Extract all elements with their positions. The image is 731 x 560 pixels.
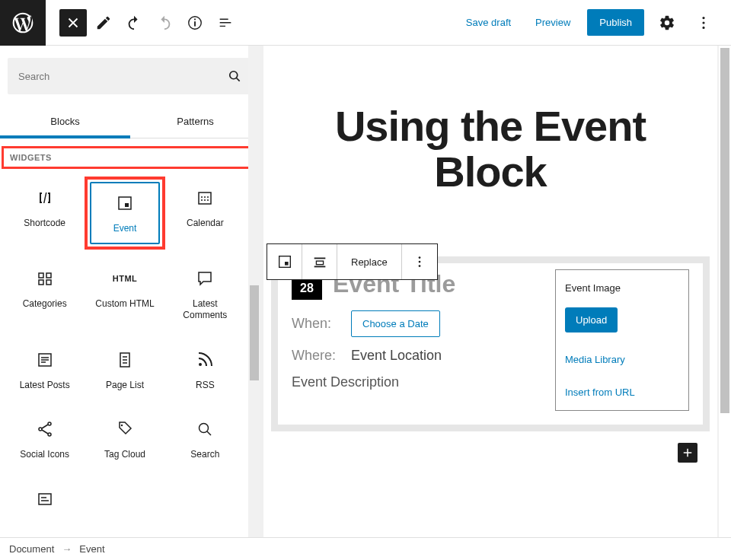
svg-rect-1	[194, 21, 196, 26]
block-calendar[interactable]: Calendar	[165, 177, 245, 239]
editor-canvas[interactable]: Using the Event Block Replace Jul 28 Eve…	[263, 46, 717, 537]
align-icon	[311, 253, 328, 270]
block-latest-comments[interactable]: Latest Comments	[165, 257, 245, 331]
tab-patterns[interactable]: Patterns	[130, 107, 260, 138]
inserter-tabs: Blocks Patterns	[0, 107, 260, 138]
search-input[interactable]	[18, 71, 227, 82]
svg-point-31	[48, 433, 51, 436]
align-button[interactable]	[302, 244, 337, 279]
event-left: Jul 28 Event Title When: Choose a Date W…	[292, 269, 541, 411]
chevron-right-icon: →	[62, 543, 72, 555]
redo-button[interactable]	[151, 9, 178, 37]
event-description-input[interactable]: Event Description	[292, 374, 541, 390]
edit-button[interactable]	[90, 9, 117, 37]
insert-from-url-link[interactable]: Insert from URL	[565, 387, 679, 398]
event-icon	[276, 253, 293, 270]
info-icon	[187, 14, 203, 31]
block-label: Event	[113, 223, 137, 235]
posts-icon	[36, 351, 54, 369]
kebab-icon	[695, 14, 712, 31]
block-label: Custom HTML	[95, 298, 154, 310]
svg-point-28	[199, 363, 202, 366]
breadcrumb-root[interactable]: Document	[9, 543, 54, 555]
event-icon	[116, 194, 134, 212]
tag-icon	[116, 420, 134, 438]
outline-button[interactable]	[212, 9, 239, 37]
info-button[interactable]	[181, 9, 209, 37]
event-location-input[interactable]: Event Location	[351, 348, 442, 364]
settings-button[interactable]	[653, 9, 681, 37]
plus-icon	[681, 446, 694, 460]
save-draft-button[interactable]: Save draft	[458, 11, 519, 34]
choose-date-button[interactable]: Choose a Date	[351, 310, 440, 337]
block-inserter-panel: Blocks Patterns WIDGETS Shortcode Event …	[0, 46, 260, 537]
block-label: Shortcode	[24, 218, 65, 230]
add-block-button[interactable]	[678, 443, 697, 463]
when-label: When:	[292, 316, 340, 332]
svg-point-46	[418, 265, 420, 267]
publish-button[interactable]: Publish	[587, 9, 644, 36]
block-custom-html[interactable]: HTML Custom HTML	[85, 257, 164, 320]
svg-rect-41	[314, 258, 325, 259]
breadcrumb-leaf[interactable]: Event	[79, 543, 104, 555]
top-toolbar: Save draft Preview Publish	[0, 0, 731, 46]
svg-line-33	[42, 430, 48, 434]
rss-icon	[196, 351, 214, 369]
comment-icon	[196, 269, 214, 288]
svg-rect-17	[46, 273, 51, 278]
svg-rect-19	[46, 280, 51, 285]
block-rss[interactable]: RSS	[165, 339, 245, 401]
more-options-button[interactable]	[690, 9, 717, 37]
image-panel-title: Event Image	[565, 282, 679, 294]
block-label: Page List	[106, 380, 144, 392]
block-type-button[interactable]	[267, 244, 302, 279]
block-label: Categories	[23, 298, 67, 310]
block-event[interactable]: Event	[90, 182, 159, 244]
where-label: Where:	[292, 348, 340, 364]
block-categories[interactable]: Categories	[5, 257, 85, 320]
upload-button[interactable]: Upload	[565, 307, 618, 332]
kebab-icon	[411, 253, 428, 270]
block-label: Tag Cloud	[104, 449, 145, 461]
replace-button[interactable]: Replace	[337, 244, 402, 279]
close-inserter-button[interactable]	[59, 9, 87, 37]
media-library-link[interactable]: Media Library	[565, 354, 679, 365]
event-image-panel: Event Image Upload Media Library Insert …	[555, 269, 689, 411]
svg-point-4	[702, 21, 704, 24]
svg-point-30	[39, 428, 42, 431]
wordpress-logo[interactable]	[0, 0, 46, 46]
undo-button[interactable]	[120, 9, 148, 37]
tab-blocks[interactable]: Blocks	[0, 107, 130, 138]
block-extra[interactable]	[5, 478, 85, 510]
html-icon: HTML	[116, 269, 134, 288]
shortcode-icon	[36, 189, 54, 207]
block-label: Social Icons	[20, 449, 69, 461]
event-block[interactable]: Jul 28 Event Title When: Choose a Date W…	[271, 256, 710, 431]
preview-button[interactable]: Preview	[528, 11, 578, 34]
breadcrumb: Document → Event	[0, 537, 731, 560]
block-latest-posts[interactable]: Latest Posts	[5, 339, 85, 401]
block-shortcode[interactable]: Shortcode	[5, 177, 85, 239]
block-tag-cloud[interactable]: Tag Cloud	[85, 408, 164, 470]
svg-point-44	[418, 256, 420, 259]
block-label: RSS	[196, 380, 215, 392]
svg-rect-18	[39, 280, 43, 285]
post-title[interactable]: Using the Event Block	[263, 46, 717, 196]
svg-point-6	[230, 72, 238, 79]
block-search-box[interactable]	[8, 58, 253, 94]
svg-rect-40	[285, 262, 289, 266]
block-social-icons[interactable]: Social Icons	[5, 408, 85, 470]
share-icon	[36, 420, 54, 438]
categories-icon	[36, 269, 54, 288]
editor-scrollbar[interactable]	[719, 46, 731, 537]
svg-rect-42	[316, 261, 323, 265]
block-more-button[interactable]	[402, 244, 437, 279]
svg-rect-8	[125, 203, 129, 207]
block-page-list[interactable]: Page List	[85, 339, 164, 401]
block-label: Search	[190, 449, 219, 461]
svg-line-32	[42, 425, 48, 428]
page-list-icon	[116, 351, 134, 369]
date-day: 28	[300, 281, 314, 295]
block-search[interactable]: Search	[165, 408, 245, 470]
block-label: Calendar	[187, 218, 224, 230]
